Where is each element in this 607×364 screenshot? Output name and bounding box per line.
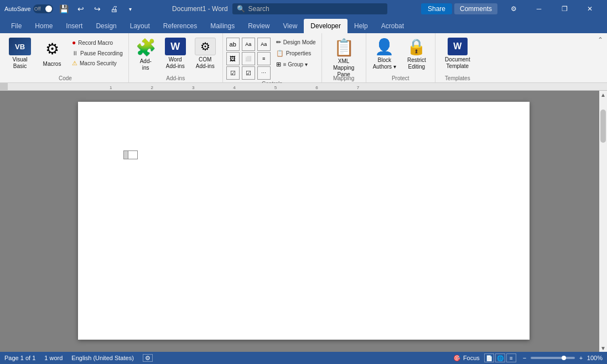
view-web-button[interactable]: 🌐 bbox=[495, 353, 505, 362]
autosave-toggle[interactable]: Off bbox=[33, 4, 53, 13]
image-control-button[interactable]: 🖼 bbox=[226, 52, 240, 65]
word-icon: W bbox=[165, 38, 186, 55]
settings-button[interactable]: ⚙ bbox=[501, 0, 526, 18]
macros-label: Macros bbox=[43, 61, 61, 67]
check-button[interactable]: ☑ bbox=[226, 66, 240, 80]
ctrl2-button[interactable]: ⬜ bbox=[242, 52, 255, 65]
autosave-label: AutoSave bbox=[4, 6, 31, 12]
com-addins-label: COMAdd-ins bbox=[196, 56, 215, 70]
add-ins-button[interactable]: 🧩 Add-ins bbox=[132, 35, 159, 72]
restrict-editing-button[interactable]: 🔒 RestrictEditing bbox=[402, 35, 432, 72]
protect-group-label: Protect bbox=[370, 74, 432, 82]
mapping-group-content: 📋 XML MappingPane bbox=[325, 35, 362, 74]
pause-icon: ⏸ bbox=[72, 50, 78, 56]
search-placeholder: Search bbox=[248, 5, 269, 13]
tab-developer[interactable]: Developer bbox=[304, 19, 347, 33]
focus-label: Focus bbox=[463, 355, 480, 361]
restrict-editing-icon: 🔒 bbox=[407, 38, 426, 56]
tab-insert[interactable]: Insert bbox=[59, 19, 89, 33]
design-mode-label: Design Mode bbox=[283, 39, 316, 45]
tab-acrobat[interactable]: Acrobat bbox=[375, 19, 411, 33]
ribbon-group-code: VB VisualBasic ⚙ Macros ● Record Macro ⏸… bbox=[2, 33, 129, 82]
view-outline-button[interactable]: ≡ bbox=[506, 353, 516, 362]
zoom-in-button[interactable]: + bbox=[577, 354, 585, 362]
doc-template-label: DocumentTemplate bbox=[445, 56, 470, 70]
ribbon-group-controls: ab Aa Aa 🖼 ⬜ ≡ ☑ ☑ ⋯ ✏ Design Mode 📋 Pro… bbox=[223, 33, 322, 82]
tab-file[interactable]: File bbox=[4, 19, 28, 33]
content-control-widget[interactable] bbox=[123, 150, 138, 159]
check2-button[interactable]: ☑ bbox=[242, 66, 255, 80]
macros-button[interactable]: ⚙ Macros bbox=[38, 35, 66, 72]
comments-button[interactable]: Comments bbox=[454, 3, 497, 14]
zoom-control[interactable]: − + 100% bbox=[521, 354, 603, 362]
document-template-button[interactable]: W DocumentTemplate bbox=[441, 35, 474, 72]
properties-label: Properties bbox=[286, 50, 312, 56]
share-comments: Share Comments bbox=[421, 3, 497, 14]
block-authors-label: BlockAuthors ▾ bbox=[373, 57, 396, 70]
design-mode-button[interactable]: ✏ Design Mode bbox=[274, 38, 318, 47]
macro-small-buttons: ● Record Macro ⏸ Pause Recording ⚠ Macro… bbox=[70, 35, 125, 68]
ribbon-group-addins: 🧩 Add-ins W WordAdd-ins ⚙ COMAdd-ins Add… bbox=[129, 33, 223, 82]
redo-icon[interactable]: ↪ bbox=[90, 1, 105, 17]
visual-basic-button[interactable]: VB VisualBasic bbox=[6, 35, 34, 72]
scroll-thumb[interactable] bbox=[600, 110, 606, 143]
group-button[interactable]: ⊞ ≡ Group ▾ bbox=[274, 60, 318, 69]
minimize-button[interactable]: ─ bbox=[526, 0, 552, 18]
macro-security-button[interactable]: ⚠ Macro Security bbox=[70, 59, 125, 68]
word-count: 1 word bbox=[44, 355, 63, 361]
close-button[interactable]: ✕ bbox=[577, 0, 603, 18]
language: English (United States) bbox=[71, 355, 134, 361]
customize-qat-icon[interactable]: ▾ bbox=[123, 1, 138, 17]
more-controls-button[interactable]: ⋯ bbox=[257, 66, 271, 80]
addins-icon: 🧩 bbox=[136, 38, 156, 57]
ctrl3-button[interactable]: ≡ bbox=[257, 52, 271, 65]
print-preview-icon[interactable]: 🖨 bbox=[106, 1, 122, 17]
block-authors-button[interactable]: 👤 BlockAuthors ▾ bbox=[370, 35, 400, 72]
tab-view[interactable]: View bbox=[277, 19, 304, 33]
autosave-control[interactable]: AutoSave Off bbox=[4, 4, 53, 13]
code-group-label: Code bbox=[6, 74, 125, 82]
document-page[interactable] bbox=[78, 102, 530, 340]
scroll-up-button[interactable]: ▲ bbox=[599, 91, 607, 98]
properties-button[interactable]: 📋 Properties bbox=[274, 49, 318, 58]
word-add-ins-button[interactable]: W WordAdd-ins bbox=[162, 35, 189, 72]
search-icon: 🔍 bbox=[237, 5, 245, 13]
undo-icon[interactable]: ↩ bbox=[73, 1, 89, 17]
scroll-down-button[interactable]: ▼ bbox=[599, 344, 607, 352]
tab-layout[interactable]: Layout bbox=[123, 19, 157, 33]
zoom-slider[interactable] bbox=[531, 357, 575, 359]
warn-icon: ⚠ bbox=[72, 60, 77, 67]
accessibility-icon[interactable]: ⚙ bbox=[143, 354, 153, 362]
tab-review[interactable]: Review bbox=[241, 19, 276, 33]
pause-label: Pause Recording bbox=[80, 50, 123, 56]
vertical-scrollbar[interactable]: ▲ ▼ bbox=[599, 91, 607, 352]
view-print-button[interactable]: 📄 bbox=[484, 353, 494, 362]
controls-group-content: ab Aa Aa 🖼 ⬜ ≡ ☑ ☑ ⋯ ✏ Design Mode 📋 Pro… bbox=[226, 35, 318, 80]
tab-references[interactable]: References bbox=[157, 19, 204, 33]
text-control-button[interactable]: ab bbox=[226, 38, 240, 51]
pause-recording-button[interactable]: ⏸ Pause Recording bbox=[70, 49, 125, 58]
macro-security-label: Macro Security bbox=[80, 60, 117, 66]
search-box[interactable]: 🔍 Search bbox=[232, 3, 387, 14]
com-add-ins-button[interactable]: ⚙ COMAdd-ins bbox=[191, 35, 219, 72]
restore-button[interactable]: ❐ bbox=[552, 0, 577, 18]
save-icon[interactable]: 💾 bbox=[56, 1, 72, 17]
code-group-content: VB VisualBasic ⚙ Macros ● Record Macro ⏸… bbox=[6, 35, 125, 74]
window-controls: ⚙ ─ ❐ ✕ bbox=[501, 0, 603, 18]
share-button[interactable]: Share bbox=[421, 3, 452, 14]
zoom-out-button[interactable]: − bbox=[521, 354, 528, 362]
focus-button[interactable]: 🎯 Focus bbox=[453, 355, 480, 362]
ribbon-tabs: File Home Insert Design Layout Reference… bbox=[0, 18, 607, 33]
record-macro-label: Record Macro bbox=[78, 40, 113, 46]
text-aa-button[interactable]: Aa bbox=[242, 38, 255, 51]
tab-help[interactable]: Help bbox=[347, 19, 375, 33]
document-canvas[interactable] bbox=[8, 91, 599, 352]
text-aa2-button[interactable]: Aa bbox=[257, 38, 271, 51]
tab-design[interactable]: Design bbox=[89, 19, 123, 33]
tab-home[interactable]: Home bbox=[28, 19, 59, 33]
xml-mapping-pane-button[interactable]: 📋 XML MappingPane bbox=[326, 35, 361, 72]
collapse-icon: ⌃ bbox=[596, 35, 605, 44]
tab-mailings[interactable]: Mailings bbox=[204, 19, 241, 33]
record-macro-button[interactable]: ● Record Macro bbox=[70, 38, 125, 48]
collapse-ribbon-button[interactable]: ⌃ bbox=[596, 33, 605, 82]
